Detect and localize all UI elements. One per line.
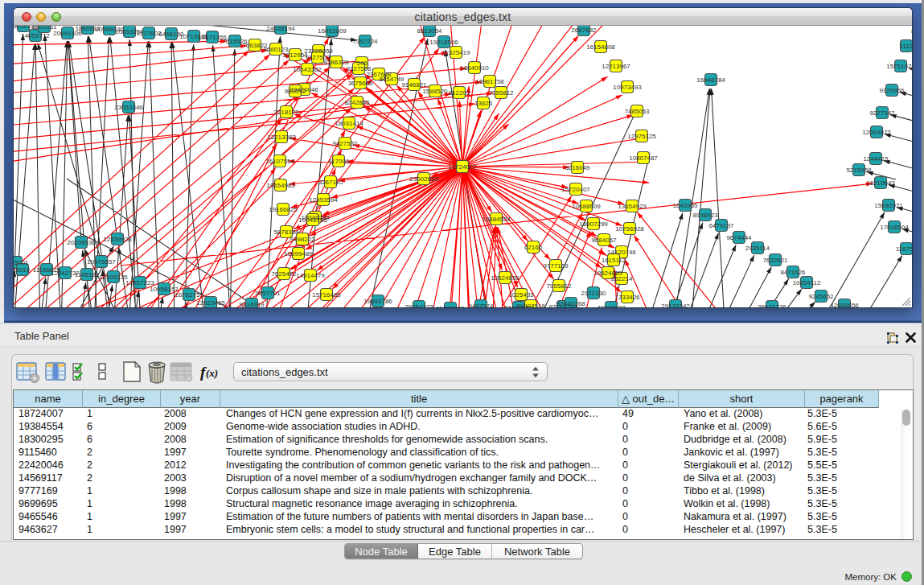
- svg-text:5215958: 5215958: [846, 167, 872, 174]
- svg-text:19218506: 19218506: [429, 39, 458, 46]
- svg-text:3267110: 3267110: [318, 179, 343, 186]
- svg-text:9227342: 9227342: [869, 109, 895, 117]
- svg-text:18724007: 18724007: [448, 163, 477, 171]
- svg-text:1733426: 1733426: [614, 294, 640, 301]
- svg-text:5878334: 5878334: [273, 229, 299, 236]
- svg-text:62160: 62160: [524, 244, 543, 251]
- svg-text:16053809: 16053809: [318, 27, 347, 35]
- svg-text:10975857: 10975857: [87, 258, 116, 266]
- svg-text:14055712: 14055712: [21, 32, 50, 39]
- svg-text:16099489: 16099489: [284, 250, 313, 257]
- svg-text:12975125: 12975125: [627, 133, 656, 140]
- svg-text:12359928: 12359928: [103, 236, 132, 243]
- svg-text:2687682: 2687682: [571, 27, 597, 34]
- svg-text:2122330: 2122330: [581, 290, 606, 297]
- svg-text:13626: 13626: [474, 100, 493, 107]
- svg-text:36671276: 36671276: [758, 303, 786, 307]
- svg-text:9674444: 9674444: [726, 234, 752, 241]
- svg-text:23002683: 23002683: [409, 175, 438, 183]
- svg-text:9777169: 9777169: [543, 262, 569, 270]
- svg-text:9245652: 9245652: [808, 293, 834, 300]
- svg-text:1025433: 1025433: [508, 291, 534, 299]
- svg-text:7485063: 7485063: [624, 108, 650, 115]
- svg-text:18640910: 18640910: [460, 64, 489, 72]
- svg-text:9684067: 9684067: [591, 237, 617, 244]
- svg-text:12505135: 12505135: [99, 274, 128, 281]
- svg-text:9427552: 9427552: [332, 140, 358, 147]
- svg-text:2935114: 2935114: [745, 245, 770, 252]
- svg-text:7955812: 7955812: [546, 282, 572, 290]
- svg-text:10046785: 10046785: [298, 216, 327, 224]
- svg-text:16107554: 16107554: [265, 158, 294, 165]
- svg-text:12353594: 12353594: [309, 196, 338, 204]
- svg-text:1112: 1112: [900, 43, 912, 50]
- svg-text:17016504: 17016504: [880, 224, 909, 231]
- svg-text:1145131: 1145131: [75, 271, 100, 278]
- svg-text:3919: 3919: [15, 266, 30, 274]
- svg-text:8242845: 8242845: [344, 99, 370, 106]
- svg-text:1935001: 1935001: [14, 259, 29, 266]
- svg-text:49746507: 49746507: [597, 304, 626, 307]
- svg-text:9498222: 9498222: [290, 236, 315, 243]
- svg-text:252214: 252214: [611, 275, 633, 282]
- svg-text:18807299: 18807299: [579, 220, 608, 228]
- svg-text:7632621: 7632621: [762, 257, 788, 264]
- svg-text:15692971: 15692971: [874, 202, 903, 209]
- svg-text:10654112: 10654112: [793, 279, 822, 286]
- svg-text:1527602: 1527602: [136, 30, 162, 37]
- svg-text:9314919: 9314919: [239, 301, 265, 307]
- svg-text:14120746: 14120746: [607, 249, 636, 256]
- svg-text:13654923: 13654923: [618, 203, 647, 210]
- svg-text:42684656: 42684656: [830, 302, 859, 307]
- svg-text:7955812: 7955812: [488, 89, 514, 97]
- svg-text:18031414: 18031414: [335, 120, 363, 127]
- svg-text:(x): (x): [206, 367, 218, 379]
- svg-text:11862527: 11862527: [437, 305, 466, 307]
- svg-text:16782759: 16782759: [175, 291, 203, 299]
- svg-text:10756928: 10756928: [615, 225, 644, 233]
- svg-text:1244415: 1244415: [863, 155, 889, 163]
- svg-text:23053346: 23053346: [114, 104, 143, 111]
- svg-text:1640955: 1640955: [672, 202, 698, 209]
- svg-text:16154808: 16154808: [586, 43, 615, 51]
- svg-text:24628194: 24628194: [266, 26, 295, 32]
- svg-text:10688609: 10688609: [572, 203, 601, 210]
- svg-text:12093872: 12093872: [862, 129, 891, 136]
- svg-text:9657791: 9657791: [255, 290, 281, 297]
- svg-text:3675685: 3675685: [347, 80, 373, 87]
- svg-text:01895559: 01895559: [504, 304, 533, 307]
- svg-text:10543362: 10543362: [293, 66, 322, 73]
- svg-text:8454749: 8454749: [379, 76, 405, 83]
- svg-text:92440268: 92440268: [556, 300, 585, 307]
- svg-text:83242: 83242: [911, 27, 912, 35]
- svg-text:10807487: 10807487: [629, 154, 658, 162]
- svg-text:9487574: 9487574: [468, 303, 494, 307]
- svg-text:6479197: 6479197: [708, 222, 734, 229]
- svg-text:9329966: 9329966: [879, 87, 905, 94]
- svg-text:812203: 812203: [449, 89, 470, 97]
- svg-text:6216049: 6216049: [565, 164, 590, 171]
- svg-text:19093786: 19093786: [363, 298, 392, 305]
- svg-text:16210643: 16210643: [866, 179, 895, 187]
- svg-text:16648784: 16648784: [696, 76, 725, 84]
- svg-text:417006: 417006: [328, 158, 350, 165]
- svg-text:12923465: 12923465: [196, 299, 225, 307]
- svg-text:8471626: 8471626: [780, 269, 806, 276]
- svg-text:19654983: 19654983: [266, 182, 295, 189]
- svg-text:8186328: 8186328: [323, 59, 349, 66]
- svg-text:14914479: 14914479: [296, 272, 325, 279]
- svg-text:10973493: 10973493: [613, 84, 642, 91]
- svg-text:20206536: 20206536: [67, 239, 96, 246]
- svg-text:7625402: 7625402: [271, 270, 297, 278]
- svg-text:1588520: 1588520: [422, 88, 448, 95]
- svg-text:19384554: 19384554: [482, 216, 511, 223]
- svg-text:2718170: 2718170: [273, 109, 299, 116]
- svg-text:16961758: 16961758: [475, 78, 504, 85]
- svg-text:12213967: 12213967: [602, 63, 630, 70]
- svg-text:79754323: 79754323: [405, 303, 433, 307]
- svg-text:29170342: 29170342: [661, 303, 690, 307]
- svg-text:13524855: 13524855: [491, 274, 519, 282]
- svg-text:116753: 116753: [896, 245, 912, 253]
- svg-text:989012: 989012: [285, 88, 306, 95]
- svg-text:15716485: 15716485: [312, 291, 341, 299]
